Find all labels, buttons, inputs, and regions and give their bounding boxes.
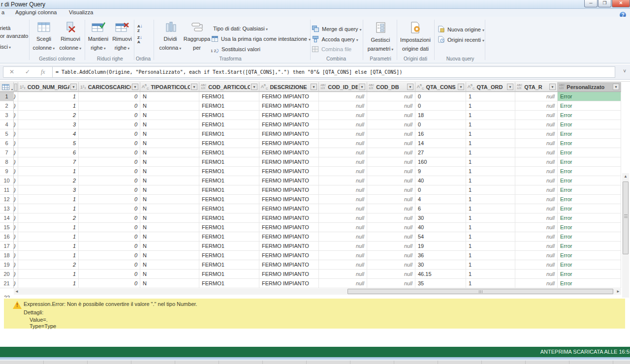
grid-cell-cod_articolo[interactable]: FERMO1: [199, 129, 259, 139]
grid-cell-cod_id_db[interactable]: null: [319, 279, 367, 288]
grid-cell-qta_ord[interactable]: 1: [466, 185, 515, 195]
grid-cell-qta_cons[interactable]: 18: [415, 111, 466, 120]
grid-cell-caricoscarico[interactable]: 0: [79, 92, 140, 101]
grid-cell-tipoarticolo[interactable]: N: [140, 213, 199, 223]
tab-visualizza[interactable]: Visualizza: [69, 9, 93, 15]
grid-cell-cod_id_db[interactable]: null: [319, 185, 367, 195]
filter-dropdown-button[interactable]: ▾: [549, 84, 556, 90]
grid-cell-cod_articolo[interactable]: FERMO1: [199, 260, 259, 270]
grid-cell-qta_r[interactable]: null: [515, 260, 558, 270]
grid-cell-descrizione[interactable]: FERMO IMPIANTO: [259, 148, 319, 157]
grid-cell-qta_r[interactable]: null: [515, 213, 558, 223]
grid-cell-tipoarticolo[interactable]: N: [140, 195, 199, 204]
grid-cell-cod_articolo[interactable]: FERMO1: [199, 157, 259, 167]
grid-cell-descrizione[interactable]: FERMO IMPIANTO: [259, 129, 319, 139]
column-header-descrizione[interactable]: ABCDESCRIZIONE▾: [259, 82, 319, 92]
grid-cell-caricoscarico[interactable]: 0: [79, 129, 140, 139]
grid-cell-descrizione[interactable]: FERMO IMPIANTO: [259, 279, 319, 288]
grid-cell-cod_num_riga[interactable]: 2: [18, 176, 79, 185]
grid-cell-qta_r[interactable]: null: [515, 120, 558, 129]
grid-cell-qta_ord[interactable]: 1: [466, 157, 515, 167]
formula-cancel-icon[interactable]: ✕: [9, 68, 14, 75]
grid-cell-cod_articolo[interactable]: FERMO1: [199, 176, 259, 185]
grid-cell-qta_ord[interactable]: 1: [466, 167, 515, 176]
grid-cell-qta_r[interactable]: null: [515, 157, 558, 167]
grid-cell-caricoscarico[interactable]: 0: [79, 176, 140, 185]
filter-dropdown-button[interactable]: ▾: [191, 84, 197, 90]
filter-dropdown-button[interactable]: ▾: [613, 84, 619, 90]
grid-cell-cod_db[interactable]: null: [367, 139, 415, 148]
grid-cell-cod_id_db[interactable]: null: [319, 223, 367, 232]
grid-cell-personalizzato[interactable]: Error: [558, 232, 621, 242]
column-header-qta_ord[interactable]: ABCQTA_ORD▾: [466, 82, 515, 92]
scegli-colonne-button[interactable]: Scegli colonne: [31, 22, 57, 57]
column-header-cod_num_riga[interactable]: 1²₃COD_NUM_RIGA▾: [18, 82, 79, 92]
grid-cell-descrizione[interactable]: FERMO IMPIANTO: [259, 176, 319, 185]
grid-cell-cod_articolo[interactable]: FERMO1: [199, 195, 259, 204]
grid-cell-cod_num_riga[interactable]: 2: [18, 213, 79, 223]
sostituisci-valori-button[interactable]: 1 2⤸ Sostituisci valori: [211, 46, 260, 54]
column-header-qta_r[interactable]: ABC123QTA_R▾: [515, 82, 558, 92]
filter-dropdown-button[interactable]: ▾: [407, 84, 413, 90]
row-number[interactable]: 18: [0, 251, 14, 260]
grid-cell-qta_ord[interactable]: 1: [466, 223, 515, 232]
grid-cell-qta_cons[interactable]: 9: [415, 167, 466, 176]
grid-cell-personalizzato[interactable]: Error: [558, 111, 621, 120]
grid-cell-caricoscarico[interactable]: 0: [79, 223, 140, 232]
column-header-tipoarticolo[interactable]: ABCTIPOARTICOLO▾: [140, 82, 199, 92]
grid-cell-cod_articolo[interactable]: FERMO1: [199, 242, 259, 251]
grid-cell-cod_id_db[interactable]: null: [319, 195, 367, 204]
grid-cell-qta_cons[interactable]: 19: [415, 242, 466, 251]
row-number[interactable]: 13: [0, 204, 14, 213]
grid-cell-tipoarticolo[interactable]: N: [140, 185, 199, 195]
proprieta-partial[interactable]: rietà: [0, 25, 10, 31]
grid-cell-descrizione[interactable]: FERMO IMPIANTO: [259, 270, 319, 279]
row-number[interactable]: 1: [0, 92, 14, 101]
grid-cell-tipoarticolo[interactable]: N: [140, 139, 199, 148]
grid-cell-qta_r[interactable]: null: [515, 167, 558, 176]
grid-cell-qta_ord[interactable]: 1: [466, 101, 515, 111]
grid-cell-cod_id_db[interactable]: null: [319, 167, 367, 176]
grid-cell-cod_db[interactable]: null: [367, 223, 415, 232]
grid-cell-qta_cons[interactable]: 54: [415, 232, 466, 242]
grid-cell-cod_num_riga[interactable]: 1: [18, 232, 79, 242]
grid-cell-cod_num_riga[interactable]: 6: [18, 148, 79, 157]
grid-cell-qta_r[interactable]: null: [515, 204, 558, 213]
grid-cell-qta_r[interactable]: null: [515, 185, 558, 195]
row-number[interactable]: 3: [0, 111, 14, 120]
grid-cell-cod_num_riga[interactable]: 1: [18, 270, 79, 279]
grid-cell-caricoscarico[interactable]: 0: [79, 195, 140, 204]
row-number[interactable]: 5: [0, 129, 14, 139]
usa-prima-riga-button[interactable]: Usa la prima riga come intestazione: [212, 36, 311, 44]
grid-cell-qta_ord[interactable]: 1: [466, 120, 515, 129]
grid-cell-cod_num_riga[interactable]: 1: [18, 92, 79, 101]
grid-cell-cod_num_riga[interactable]: 1: [18, 242, 79, 251]
grid-cell-qta_r[interactable]: null: [515, 139, 558, 148]
grid-cell-cod_articolo[interactable]: FERMO1: [199, 139, 259, 148]
grid-cell-qta_r[interactable]: null: [515, 92, 558, 101]
column-header-qta_cons[interactable]: ABCQTA_CONS▾: [415, 82, 466, 92]
table-corner-button[interactable]: ▾: [0, 82, 14, 92]
grid-cell-caricoscarico[interactable]: 0: [79, 167, 140, 176]
sort-ascending-button[interactable]: A↓Z: [137, 23, 149, 32]
vertical-scrollbar[interactable]: ▲ ▼: [622, 173, 629, 298]
row-number[interactable]: 16: [0, 232, 14, 242]
grid-cell-cod_num_riga[interactable]: 7: [18, 157, 79, 167]
grid-cell-caricoscarico[interactable]: 0: [79, 260, 140, 270]
filter-dropdown-button[interactable]: ▾: [311, 84, 317, 90]
grid-cell-descrizione[interactable]: FERMO IMPIANTO: [259, 92, 319, 101]
tipo-di-dati-button[interactable]: Tipo di dati: Qualsiasi: [213, 26, 268, 33]
grid-cell-cod_db[interactable]: null: [367, 148, 415, 157]
grid-cell-tipoarticolo[interactable]: N: [140, 101, 199, 111]
row-number[interactable]: 10: [0, 176, 14, 185]
grid-cell-qta_ord[interactable]: 1: [466, 270, 515, 279]
grid-cell-cod_articolo[interactable]: FERMO1: [199, 120, 259, 129]
grid-cell-personalizzato[interactable]: Error: [558, 223, 621, 232]
grid-cell-cod_db[interactable]: null: [367, 279, 415, 288]
grid-cell-qta_ord[interactable]: 1: [466, 242, 515, 251]
grid-cell-qta_r[interactable]: null: [515, 270, 558, 279]
grid-cell-cod_id_db[interactable]: null: [319, 148, 367, 157]
grid-cell-cod_articolo[interactable]: FERMO1: [199, 270, 259, 279]
grid-cell-cod_db[interactable]: null: [367, 213, 415, 223]
dividi-colonna-button[interactable]: Dividi colonna: [158, 22, 183, 57]
